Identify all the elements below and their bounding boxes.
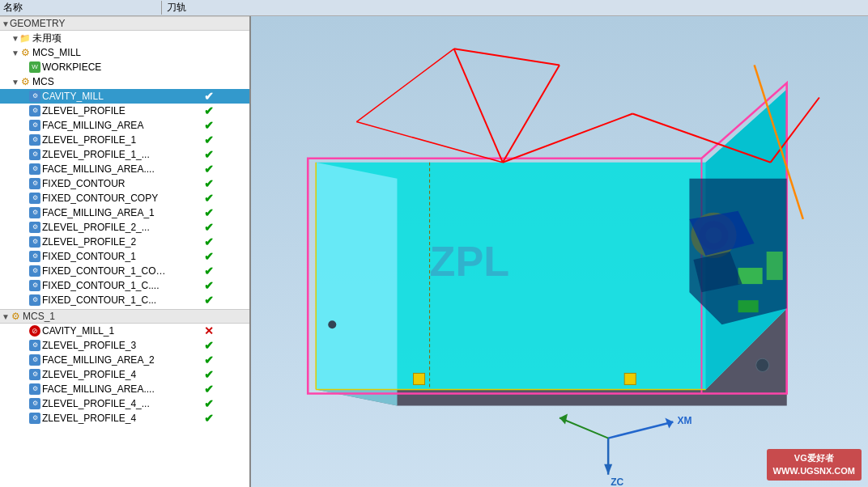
- op-icon: ⚙: [29, 354, 40, 366]
- item-label: ZLEVEL_PROFILE_1_...: [42, 149, 168, 160]
- tree-item-face-milling-area-c[interactable]: ⚙ FACE_MILLING_AREA.... ✔: [0, 382, 249, 396]
- op-icon: ⚙: [29, 383, 40, 395]
- svg-rect-23: [738, 268, 763, 284]
- tree-item-zlevel-profile-3[interactable]: ⚙ ZLEVEL_PROFILE_3 ✔: [0, 338, 249, 353]
- tree-item-fixed-contour-1-c2[interactable]: ⚙ FIXED_CONTOUR_1_C... ✔: [0, 293, 249, 307]
- tree-item-zlevel-profile-4[interactable]: ⚙ ZLEVEL_PROFILE_4 ✔: [0, 367, 249, 382]
- check-icon: ✔: [204, 235, 214, 248]
- check-icon: ✔: [204, 368, 214, 381]
- item-label: CAVITY_MILL_1: [42, 325, 168, 337]
- check-col: ✔: [168, 412, 249, 425]
- check-icon: ✔: [204, 354, 214, 366]
- check-col: ✔: [168, 235, 249, 248]
- check-col: ✔: [168, 279, 249, 292]
- expand-icon: ▼: [11, 34, 19, 43]
- check-icon: ✔: [204, 90, 214, 103]
- op-icon: ⚙: [29, 280, 40, 291]
- op-icon: ⚙: [29, 236, 40, 248]
- svg-text:ZC: ZC: [611, 476, 623, 487]
- spacer: [21, 136, 29, 145]
- blocked-icon: ⊘: [29, 325, 40, 337]
- mcs-icon: ⚙: [19, 47, 31, 58]
- item-label: ZLEVEL_PROFILE_2: [42, 236, 168, 248]
- tree-item-face-milling-area[interactable]: ⚙ FACE_MILLING_AREA ✔: [0, 118, 249, 133]
- spacer: [21, 63, 29, 72]
- op-icon: ⚙: [29, 149, 40, 160]
- tree-item-face-milling-area-1[interactable]: ⚙ FACE_MILLING_AREA_1 ✔: [0, 205, 249, 220]
- tree-item-workpiece[interactable]: W WORKPIECE: [0, 60, 249, 74]
- op-icon: ⚙: [29, 193, 40, 204]
- check-icon: ✔: [204, 383, 214, 396]
- spacer: [21, 180, 29, 188]
- spacer: [21, 341, 29, 350]
- item-label: FIXED_CONTOUR_1_C....: [42, 280, 168, 291]
- tree-item-fixed-contour[interactable]: ⚙ FIXED_CONTOUR ✔: [0, 176, 249, 191]
- item-label: FACE_MILLING_AREA_1: [42, 207, 168, 218]
- item-label: FIXED_CONTOUR_COPY: [42, 193, 168, 204]
- tree-item-zlevel-profile-4b[interactable]: ⚙ ZLEVEL_PROFILE_4 ✔: [0, 411, 249, 426]
- check-icon: ✔: [204, 412, 214, 425]
- item-label: ZLEVEL_PROFILE_3: [42, 340, 168, 351]
- watermark: VG爱好者 WWW.UGSNX.COM: [767, 449, 862, 481]
- spacer: [21, 150, 29, 159]
- svg-point-32: [756, 358, 769, 371]
- svg-rect-25: [738, 300, 759, 312]
- spacer: [21, 282, 29, 290]
- watermark-line2: WWW.UGSNX.COM: [773, 465, 855, 477]
- op-icon: ⚙: [29, 369, 40, 380]
- op-icon: ⚙: [29, 398, 40, 409]
- check-col: ✔: [168, 206, 249, 219]
- tree-item-cavity-mill-1[interactable]: ⊘ CAVITY_MILL_1 ✕: [0, 324, 249, 338]
- col-name-header: 名称: [0, 1, 162, 15]
- tree-item-face-milling-area-2[interactable]: ⚙ FACE_MILLING_AREA_2 ✔: [0, 353, 249, 367]
- 3d-viewport[interactable]: ZPL: [251, 16, 868, 487]
- op-icon: ⚙: [29, 91, 40, 102]
- spacer: [21, 223, 29, 232]
- spacer: [21, 327, 29, 336]
- check-col: ✔: [168, 250, 249, 263]
- tree-item-fixed-contour-1-copy[interactable]: ⚙ FIXED_CONTOUR_1_COPY ✔: [0, 264, 249, 278]
- tree-item-zlevel-profile-1b[interactable]: ⚙ ZLEVEL_PROFILE_1_... ✔: [0, 147, 249, 162]
- col-tool-header: 刀轨: [162, 1, 186, 15]
- tree-item-face-milling-area-b[interactable]: ⚙ FACE_MILLING_AREA.... ✔: [0, 162, 249, 176]
- op-icon: ⚙: [29, 340, 40, 351]
- item-label: 未用项: [32, 32, 249, 45]
- tree-item-zlevel-profile-4a[interactable]: ⚙ ZLEVEL_PROFILE_4_... ✔: [0, 396, 249, 411]
- check-icon: ✔: [204, 192, 214, 205]
- check-col: ✔: [168, 177, 249, 190]
- spacer: [21, 371, 29, 379]
- tree-item-unused[interactable]: ▼ 📁 未用项: [0, 31, 249, 45]
- svg-rect-31: [624, 373, 636, 384]
- check-col: ✔: [168, 265, 249, 277]
- tree-item-mcs[interactable]: ▼ ⚙ MCS: [0, 74, 249, 89]
- spacer: [21, 356, 29, 365]
- check-col: ✔: [168, 119, 249, 132]
- tree-item-fixed-contour-1[interactable]: ⚙ FIXED_CONTOUR_1 ✔: [0, 249, 249, 264]
- item-label: WORKPIECE: [42, 61, 249, 73]
- tree-item-cavity-mill[interactable]: ⚙ CAVITY_MILL ✔: [0, 89, 249, 104]
- tree-item-zlevel-profile[interactable]: ⚙ ZLEVEL_PROFILE ✔: [0, 104, 249, 118]
- folder-icon: 📁: [19, 32, 31, 44]
- op-icon: ⚙: [29, 265, 40, 277]
- section-mcs-1[interactable]: ▼ ⚙ MCS_1: [0, 309, 249, 324]
- tree-item-zlevel-profile-2a[interactable]: ⚙ ZLEVEL_PROFILE_2_... ✔: [0, 220, 249, 235]
- spacer: [21, 385, 29, 394]
- tree-item-mcs-mill[interactable]: ▼ ⚙ MCS_MILL: [0, 45, 249, 60]
- check-icon: ✔: [204, 177, 214, 190]
- check-col: ✔: [168, 192, 249, 205]
- main-area: ▼ GEOMETRY ▼ 📁 未用项 ▼ ⚙ MCS_MILL W WORKPI…: [0, 16, 868, 487]
- item-label: FIXED_CONTOUR_1: [42, 251, 168, 262]
- tree-item-zlevel-profile-1[interactable]: ⚙ ZLEVEL_PROFILE_1 ✔: [0, 133, 249, 147]
- item-label: CAVITY_MILL: [42, 91, 168, 102]
- svg-rect-24: [767, 252, 783, 280]
- tree-item-zlevel-profile-2b[interactable]: ⚙ ZLEVEL_PROFILE_2 ✔: [0, 235, 249, 249]
- check-icon: ✔: [204, 119, 214, 132]
- op-icon: ⚙: [29, 207, 40, 218]
- section-geometry[interactable]: ▼ GEOMETRY: [0, 16, 249, 31]
- op-icon: ⚙: [29, 294, 40, 306]
- spacer: [21, 238, 29, 247]
- tree-item-fixed-contour-1-c1[interactable]: ⚙ FIXED_CONTOUR_1_C.... ✔: [0, 278, 249, 293]
- cross-icon: ✕: [204, 324, 214, 337]
- operation-navigator[interactable]: ▼ GEOMETRY ▼ 📁 未用项 ▼ ⚙ MCS_MILL W WORKPI…: [0, 16, 251, 487]
- tree-item-fixed-contour-copy[interactable]: ⚙ FIXED_CONTOUR_COPY ✔: [0, 191, 249, 205]
